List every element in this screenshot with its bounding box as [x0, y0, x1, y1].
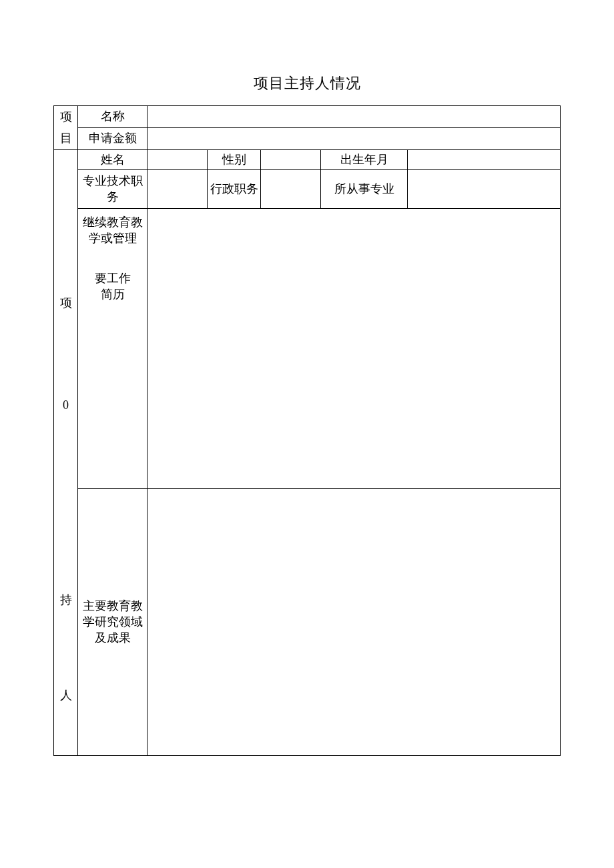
value-amount[interactable] — [147, 127, 561, 149]
page-title: 项目主持人情况 — [53, 73, 561, 93]
label-gender: 性别 — [208, 149, 261, 169]
label-prof-title: 专业技术职务 — [78, 169, 147, 208]
value-project-name[interactable] — [147, 106, 561, 128]
label-amount: 申请金额 — [78, 127, 147, 149]
label-specialty: 所从事专业 — [321, 169, 408, 208]
label-research: 主要教育教 学研究领域 及成果 — [78, 488, 147, 755]
side-host: 项 0 持 人 — [54, 149, 78, 755]
value-gender[interactable] — [261, 149, 321, 169]
label-admin-title: 行政职务 — [208, 169, 261, 208]
value-person-name[interactable] — [147, 149, 208, 169]
label-person-name: 姓名 — [78, 149, 147, 169]
value-prof-title[interactable] — [147, 169, 208, 208]
value-admin-title[interactable] — [261, 169, 321, 208]
value-resume[interactable] — [147, 208, 561, 488]
value-birth[interactable] — [408, 149, 561, 169]
form-table: 项 目 名称 申请金额 项 0 持 人 姓名 性别 出生年月 专业技术职务 行政… — [53, 105, 561, 756]
label-birth: 出生年月 — [321, 149, 408, 169]
value-specialty[interactable] — [408, 169, 561, 208]
value-research[interactable] — [147, 488, 561, 755]
label-resume: 继续教育教 学或管理 要工作 简历 — [78, 208, 147, 488]
side-project: 项 目 — [54, 106, 78, 150]
label-project-name: 名称 — [78, 106, 147, 128]
